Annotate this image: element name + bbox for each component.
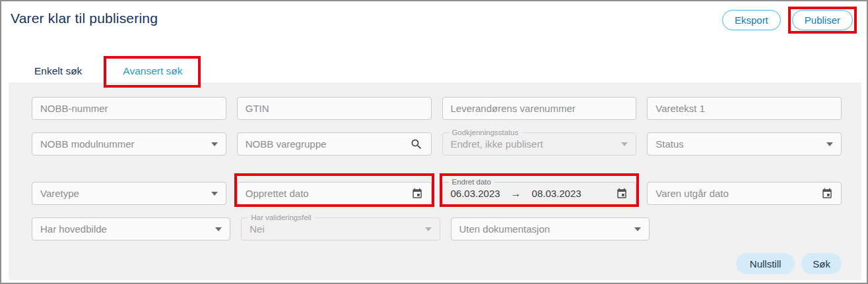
endret-dato-label: Endret dato	[449, 178, 494, 186]
leverandorens-varenummer-input[interactable]	[451, 103, 628, 114]
chevron-down-icon	[215, 227, 222, 231]
har-hovedbilde-dropdown[interactable]: Har hovedbilde	[32, 217, 230, 241]
godkjenningsstatus-label: Godkjenningsstatus	[449, 128, 522, 137]
nobb-modulnummer-placeholder: NOBB modulnummer	[40, 138, 135, 150]
advanced-search-panel: NOBB modulnummer Godkjenningsstatus Endr…	[9, 82, 861, 280]
search-tabs: Enkelt søk Avansert søk	[34, 59, 183, 83]
varetekst-1-field[interactable]	[647, 97, 842, 120]
chevron-down-icon	[634, 227, 641, 231]
nobb-varegruppe-input[interactable]	[246, 138, 410, 150]
nobb-nummer-input[interactable]	[40, 103, 218, 114]
har-valideringsfeil-value: Nei	[250, 223, 265, 235]
chevron-down-icon	[211, 192, 218, 196]
godkjenningsstatus-dropdown[interactable]: Godkjenningsstatus Endret, ikke publiser…	[442, 132, 637, 156]
publiser-button-label: Publiser	[805, 14, 840, 26]
eksport-button[interactable]: Eksport	[722, 10, 781, 30]
uten-dokumentasjon-dropdown[interactable]: Uten dokumentasjon	[451, 217, 650, 241]
har-hovedbilde-placeholder: Har hovedbilde	[40, 223, 107, 235]
endret-dato-from-value[interactable]: 06.03.2023	[451, 188, 500, 199]
nobb-varegruppe-field[interactable]	[237, 132, 432, 156]
form-actions: Nullstill Søk	[736, 253, 842, 274]
form-row-2: NOBB modulnummer Godkjenningsstatus Endr…	[32, 132, 842, 156]
varetekst-1-input[interactable]	[655, 103, 833, 114]
leverandorens-varenummer-field[interactable]	[442, 97, 637, 120]
varen-utgar-dato-field[interactable]	[647, 182, 842, 205]
chevron-down-icon	[826, 142, 833, 146]
godkjenningsstatus-value: Endret, ikke publisert	[451, 138, 543, 150]
chevron-down-icon	[425, 227, 432, 231]
endret-dato-to-value[interactable]: 08.03.2023	[532, 188, 582, 199]
eksport-button-label: Eksport	[735, 14, 768, 26]
form-row-3: Varetype Endret dato 06.03.2023 → 08.03.…	[32, 182, 842, 205]
varetype-dropdown[interactable]: Varetype	[32, 182, 226, 205]
opprettet-dato-field[interactable]	[237, 182, 432, 205]
search-icon[interactable]	[410, 138, 423, 151]
sok-button[interactable]: Søk	[801, 253, 842, 274]
har-valideringsfeil-dropdown[interactable]: Har valideringsfeil Nei	[241, 217, 440, 241]
opprettet-dato-input[interactable]	[246, 188, 411, 199]
form-row-1	[32, 97, 842, 120]
tab-enkelt-sok[interactable]: Enkelt søk	[34, 59, 82, 83]
calendar-icon[interactable]	[411, 188, 423, 200]
varetype-placeholder: Varetype	[40, 188, 79, 199]
calendar-icon[interactable]	[616, 188, 628, 200]
status-placeholder: Status	[655, 138, 684, 150]
varer-klar-til-publisering-page: Varer klar til publisering Eksport Publi…	[0, 0, 868, 284]
har-valideringsfeil-label: Har valideringsfeil	[248, 213, 314, 222]
uten-dokumentasjon-placeholder: Uten dokumentasjon	[459, 223, 551, 235]
chevron-down-icon	[211, 142, 218, 146]
header-actions: Eksport Publiser	[722, 10, 853, 30]
page-title: Varer klar til publisering	[11, 11, 158, 26]
right-arrow-icon: →	[511, 188, 521, 200]
chevron-down-icon	[621, 142, 628, 146]
nobb-modulnummer-dropdown[interactable]: NOBB modulnummer	[32, 132, 226, 156]
tab-enkelt-sok-label: Enkelt søk	[34, 65, 82, 76]
status-dropdown[interactable]: Status	[647, 132, 842, 156]
calendar-icon[interactable]	[821, 188, 833, 200]
publiser-button[interactable]: Publiser	[792, 10, 853, 30]
nullstill-button[interactable]: Nullstill	[736, 253, 795, 274]
tab-avansert-sok-label: Avansert søk	[123, 65, 182, 76]
gtin-field[interactable]	[237, 97, 432, 120]
nobb-nummer-field[interactable]	[32, 97, 226, 120]
endret-dato-field[interactable]: Endret dato 06.03.2023 → 08.03.2023	[442, 182, 637, 205]
form-row-4: Har hovedbilde Har valideringsfeil Nei U…	[32, 217, 842, 241]
tab-avansert-sok[interactable]: Avansert søk	[123, 59, 182, 83]
gtin-input[interactable]	[246, 103, 423, 114]
varen-utgar-dato-input[interactable]	[655, 188, 821, 199]
